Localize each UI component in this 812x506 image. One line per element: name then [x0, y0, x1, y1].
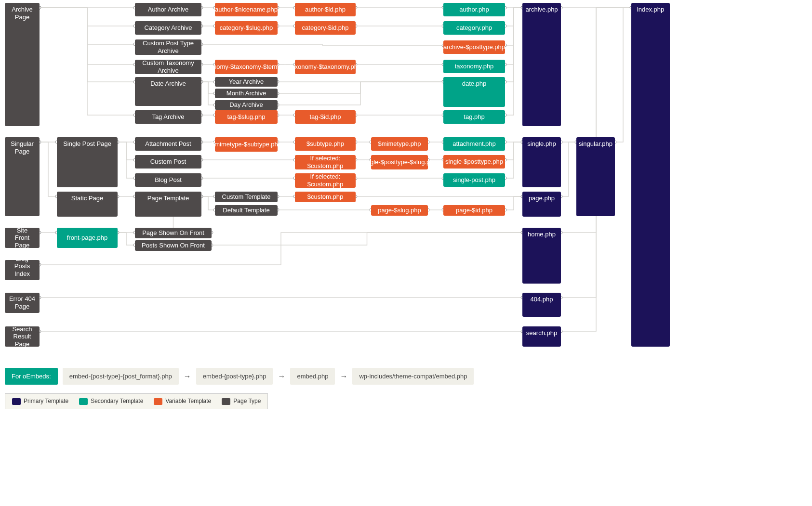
legend-primary: Primary Template — [12, 398, 68, 405]
legend-secondary: Secondary Template — [79, 398, 143, 405]
node-site-front: Site Front Page — [5, 228, 40, 248]
legend: Primary Template Secondary Template Vari… — [5, 393, 268, 409]
arrow-icon: → — [184, 372, 191, 381]
node-date-php: date.php — [443, 77, 505, 107]
oembed-step-2: embed.php — [290, 368, 335, 385]
arrow-icon: → — [340, 372, 347, 381]
node-tag-id: tag-$id.php — [295, 110, 356, 124]
node-mimetype: $mimetype.php — [371, 137, 428, 151]
node-tag-slug: tag-$slug.php — [215, 110, 278, 124]
oembed-step-1: embed-{post-type}.php — [196, 368, 273, 385]
node-year-arch: Year Archive — [215, 77, 278, 87]
node-author-archive: Author Archive — [135, 3, 201, 16]
arrow-icon: → — [278, 372, 285, 381]
node-static-page: Static Page — [57, 192, 118, 217]
node-archive-page: Archive Page — [5, 3, 40, 126]
node-tax-php: taxonomy.php — [443, 60, 505, 73]
node-attachment-post: Attachment Post — [135, 137, 201, 151]
node-archive-php: archive.php — [522, 3, 561, 126]
node-author-php: author.php — [443, 3, 505, 16]
node-blog-post: Blog Post — [135, 173, 201, 187]
node-author-id: author-$id.php — [295, 3, 356, 16]
legend-variable: Variable Template — [154, 398, 211, 405]
node-single-post-php: single-post.php — [443, 173, 505, 187]
node-single-post-page: Single Post Page — [57, 137, 118, 187]
node-cpt-archive: Custom Post Type Archive — [135, 39, 201, 55]
node-page-slug: page-$slug.php — [371, 205, 428, 216]
node-category-archive: Category Archive — [135, 21, 201, 35]
node-single-php: single.php — [522, 137, 561, 187]
node-page-id: page-$id.php — [443, 205, 505, 216]
node-default-template: Default Template — [215, 205, 278, 216]
node-single-pt: single-$posttype.php — [443, 155, 505, 169]
node-tag-php: tag.php — [443, 110, 505, 124]
node-error-404: Error 404 Page — [5, 293, 40, 313]
node-single-pt-slug: single-$posttype-$slug.php — [371, 155, 428, 169]
node-tax-tax: taxonomy-$taxonomy.php — [295, 60, 356, 74]
node-singular-page: Singular Page — [5, 137, 40, 216]
node-cat-php: category.php — [443, 21, 505, 35]
node-day-arch: Day Archive — [215, 100, 278, 110]
oembed-step-0: embed-{post-type}-{post_format}.php — [63, 368, 179, 385]
node-index-php: index.php — [631, 3, 670, 347]
node-custom-post: Custom Post — [135, 155, 201, 169]
oembed-step-3: wp-includes/theme-compat/embed.php — [352, 368, 474, 385]
node-cat-id: category-$id.php — [295, 21, 356, 35]
node-if-sel-custom: If selected: $custom.php — [295, 155, 356, 169]
node-date-archive: Date Archive — [135, 77, 201, 106]
node-search-php: search.php — [522, 326, 561, 347]
legend-pagetype: Page Type — [222, 398, 261, 405]
node-custom-php: $custom.php — [295, 192, 356, 202]
node-custom-template: Custom Template — [215, 192, 278, 202]
node-cat-slug: category-$slug.php — [215, 21, 278, 35]
node-mime-sub: $mimetype-$subtype.php — [215, 137, 278, 152]
node-404-php: 404.php — [522, 293, 561, 317]
oembed-bar: For oEmbeds: embed-{post-type}-{post_for… — [5, 368, 474, 385]
node-tag-archive: Tag Archive — [135, 110, 201, 124]
node-page-shown: Page Shown On Front — [135, 228, 212, 238]
node-if-sel-custom2: If selected: $custom.php — [295, 173, 356, 188]
node-blog-index: Blog Posts Index page — [5, 260, 40, 280]
node-posts-shown: Posts Shown On Front — [135, 240, 212, 251]
node-home-php: home.php — [522, 228, 561, 284]
node-page-php: page.php — [522, 192, 561, 217]
node-tax-term: taxonomy-$taxonomy-$term.php — [215, 60, 278, 74]
node-author-nice: author-$nicename.php — [215, 3, 278, 16]
node-archive-cpt: archive-$posttype.php — [443, 40, 505, 54]
node-month-arch: Month Archive — [215, 89, 278, 98]
node-ctax-archive: Custom Taxonomy Archive — [135, 60, 201, 74]
node-page-template: Page Template — [135, 192, 201, 217]
node-search-page: Search Result Page — [5, 326, 40, 347]
connector-layer — [0, 0, 812, 371]
node-attachment-php: attachment.php — [443, 137, 505, 151]
oembed-label: For oEmbeds: — [5, 368, 58, 385]
node-subtype: $subtype.php — [295, 137, 356, 151]
node-singular-php: singular.php — [576, 137, 615, 216]
node-front-page-php: front-page.php — [57, 228, 118, 248]
